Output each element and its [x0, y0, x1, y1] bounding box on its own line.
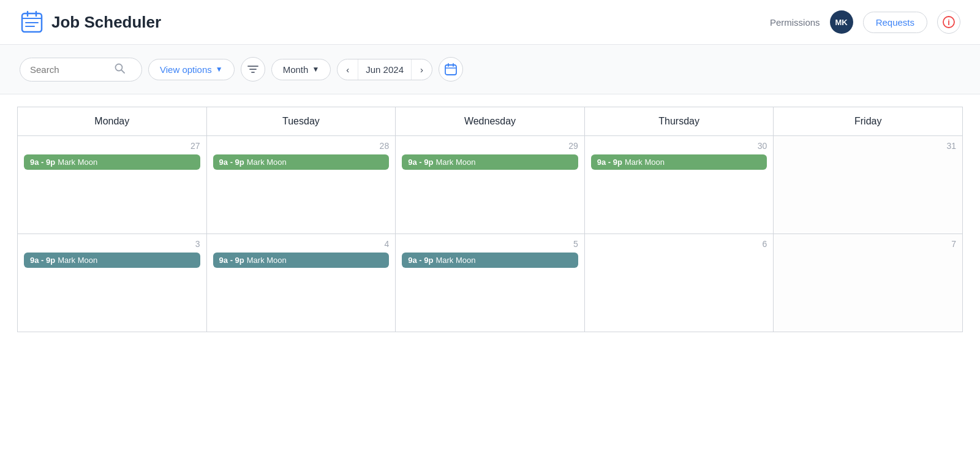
event-time: 9a - 9p: [30, 158, 55, 167]
day-number: 3: [24, 239, 200, 249]
event[interactable]: 9a - 9p Mark Moon: [24, 154, 200, 170]
toolbar: View options ▼ Month ▼ ‹ Jun 2024 ›: [0, 45, 980, 94]
calendar-container: Monday Tuesday Wednesday Thursday Friday…: [17, 94, 963, 332]
event-name: Mark Moon: [247, 158, 287, 167]
event-time: 9a - 9p: [219, 256, 244, 265]
job-scheduler-icon: [20, 10, 44, 34]
day-cell-27: 27 9a - 9p Mark Moon: [18, 136, 207, 234]
prev-period-button[interactable]: ‹: [337, 59, 358, 80]
view-options-arrow-icon: ▼: [216, 65, 223, 74]
day-cell-3: 3 9a - 9p Mark Moon: [18, 234, 207, 332]
event-time: 9a - 9p: [30, 256, 55, 265]
view-options-button[interactable]: View options ▼: [148, 59, 235, 80]
calendar-grid: Monday Tuesday Wednesday Thursday Friday…: [17, 107, 963, 332]
event[interactable]: 9a - 9p Mark Moon: [24, 253, 200, 268]
search-box[interactable]: [20, 58, 142, 82]
day-header-tuesday: Tuesday: [207, 107, 396, 136]
next-period-button[interactable]: ›: [412, 59, 432, 80]
filter-icon: [247, 65, 258, 74]
event[interactable]: 9a - 9p Mark Moon: [213, 154, 390, 170]
event-name: Mark Moon: [247, 256, 287, 265]
view-options-label: View options: [160, 64, 212, 75]
event-time: 9a - 9p: [408, 256, 433, 265]
event[interactable]: 9a - 9p Mark Moon: [591, 154, 767, 170]
search-icon: [115, 63, 125, 76]
date-navigation: ‹ Jun 2024 ›: [337, 59, 432, 80]
day-header-monday: Monday: [18, 107, 207, 136]
day-header-thursday: Thursday: [585, 107, 774, 136]
requests-button[interactable]: Requests: [863, 12, 927, 33]
day-number: 5: [402, 239, 578, 249]
calendar-icon: [444, 63, 458, 76]
info-button[interactable]: i: [937, 10, 960, 34]
month-arrow-icon: ▼: [312, 65, 319, 74]
day-number: 30: [591, 141, 767, 151]
event-name: Mark Moon: [435, 256, 475, 265]
day-cell-28: 28 9a - 9p Mark Moon: [207, 136, 396, 234]
event[interactable]: 9a - 9p Mark Moon: [402, 253, 578, 268]
day-cell-30: 30 9a - 9p Mark Moon: [585, 136, 774, 234]
prev-arrow-icon: ‹: [346, 64, 349, 75]
day-cell-5: 5 9a - 9p Mark Moon: [396, 234, 585, 332]
day-cell-6: 6: [585, 234, 774, 332]
event-name: Mark Moon: [58, 256, 97, 265]
day-number: 4: [213, 239, 390, 249]
header-left: Job Scheduler: [20, 10, 770, 34]
next-arrow-icon: ›: [420, 64, 423, 75]
search-input[interactable]: [30, 64, 110, 75]
month-label: Month: [283, 64, 309, 75]
day-header-wednesday: Wednesday: [396, 107, 585, 136]
day-header-friday: Friday: [774, 107, 963, 136]
month-dropdown-button[interactable]: Month ▼: [271, 59, 331, 80]
day-number: 27: [24, 141, 200, 151]
day-number: 28: [213, 141, 390, 151]
day-number: 29: [402, 141, 578, 151]
day-number: 6: [591, 239, 767, 249]
event-name: Mark Moon: [58, 158, 97, 167]
header-right: Permissions MK Requests i: [770, 10, 960, 34]
day-cell-4: 4 9a - 9p Mark Moon: [207, 234, 396, 332]
day-number: 7: [780, 239, 956, 249]
svg-rect-13: [445, 65, 456, 75]
day-cell-29: 29 9a - 9p Mark Moon: [396, 136, 585, 234]
day-number: 31: [780, 141, 956, 151]
svg-line-9: [121, 70, 124, 73]
event[interactable]: 9a - 9p Mark Moon: [402, 154, 578, 170]
event-name: Mark Moon: [435, 158, 475, 167]
current-date-label: Jun 2024: [358, 59, 412, 80]
calendar-picker-button[interactable]: [439, 57, 463, 82]
app-title: Job Scheduler: [51, 13, 161, 32]
event-time: 9a - 9p: [408, 158, 433, 167]
app-header: Job Scheduler Permissions MK Requests i: [0, 0, 980, 45]
avatar: MK: [830, 10, 853, 34]
permissions-label: Permissions: [770, 17, 820, 28]
event-time: 9a - 9p: [597, 158, 622, 167]
day-cell-7: 7: [774, 234, 963, 332]
event[interactable]: 9a - 9p Mark Moon: [213, 253, 390, 268]
event-time: 9a - 9p: [219, 158, 244, 167]
svg-text:i: i: [948, 18, 950, 27]
calendar-main: Monday Tuesday Wednesday Thursday Friday…: [0, 94, 980, 349]
day-cell-31: 31: [774, 136, 963, 234]
info-icon: i: [943, 16, 955, 28]
event-name: Mark Moon: [625, 158, 665, 167]
filter-button[interactable]: [241, 57, 265, 82]
